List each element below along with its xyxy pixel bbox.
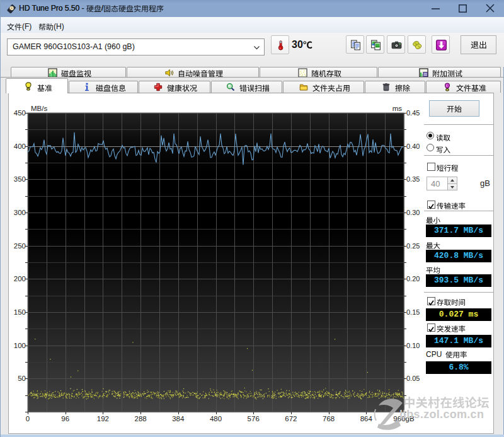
svg-text:0.45: 0.45 [406, 109, 420, 117]
svg-text:0.15: 0.15 [406, 308, 420, 316]
svg-text:480: 480 [210, 415, 222, 422]
svg-text:576: 576 [248, 415, 260, 422]
svg-text:250: 250 [14, 242, 26, 250]
svg-text:0.20: 0.20 [406, 275, 420, 283]
svg-text:400: 400 [14, 143, 26, 150]
svg-text:0: 0 [26, 415, 30, 422]
svg-text:0.05: 0.05 [406, 375, 420, 382]
svg-text:768: 768 [323, 415, 335, 422]
svg-text:0.40: 0.40 [406, 143, 420, 150]
svg-text:0.30: 0.30 [406, 209, 420, 216]
svg-text:96: 96 [61, 415, 69, 422]
svg-text:200: 200 [14, 275, 26, 283]
svg-text:384: 384 [172, 415, 185, 422]
svg-text:150: 150 [14, 308, 26, 316]
svg-text:MB/s: MB/s [31, 105, 47, 112]
svg-text:50: 50 [18, 375, 26, 382]
svg-text:ms: ms [392, 105, 403, 112]
svg-text:0.35: 0.35 [406, 175, 420, 183]
svg-text:450: 450 [14, 109, 26, 117]
svg-text:288: 288 [135, 415, 147, 422]
svg-text:300: 300 [14, 209, 26, 216]
svg-text:192: 192 [97, 415, 109, 422]
svg-text:100: 100 [14, 342, 26, 349]
svg-text:0.10: 0.10 [406, 342, 420, 349]
svg-text:0.25: 0.25 [406, 242, 420, 250]
svg-text:350: 350 [14, 175, 26, 183]
svg-text:672: 672 [285, 415, 297, 422]
